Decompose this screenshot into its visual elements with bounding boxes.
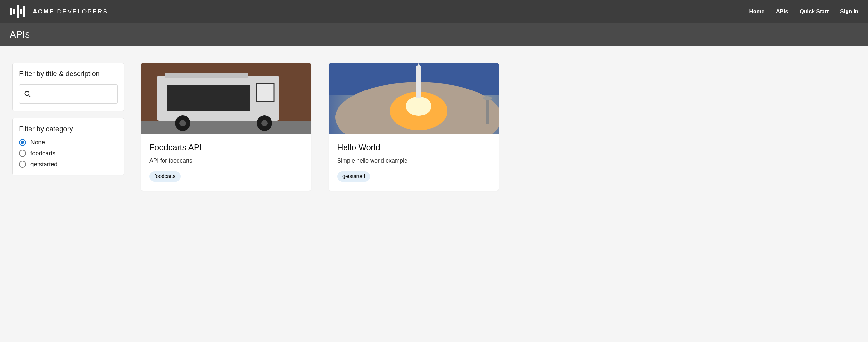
filter-title-heading: Filter by title & description bbox=[19, 69, 118, 78]
brand-title: ACME DEVELOPERS bbox=[33, 8, 108, 15]
radio-icon bbox=[19, 150, 26, 157]
svg-rect-21 bbox=[416, 66, 421, 98]
card-image bbox=[141, 63, 311, 134]
filter-category-heading: Filter by category bbox=[19, 125, 118, 133]
top-header: ACME DEVELOPERS Home APIs Quick Start Si… bbox=[0, 0, 868, 23]
svg-rect-12 bbox=[165, 73, 248, 78]
nav-quickstart[interactable]: Quick Start bbox=[800, 8, 829, 15]
svg-point-16 bbox=[261, 120, 268, 126]
category-radio-none[interactable]: None bbox=[19, 139, 118, 146]
brand[interactable]: ACME DEVELOPERS bbox=[10, 5, 108, 18]
card-grid: Foodcarts API API for foodcarts foodcart… bbox=[141, 63, 856, 191]
card-description: API for foodcarts bbox=[149, 158, 303, 164]
card-body: Foodcarts API API for foodcarts foodcart… bbox=[141, 134, 311, 191]
svg-point-24 bbox=[483, 96, 492, 100]
soundwave-icon bbox=[10, 5, 28, 18]
nav-home[interactable]: Home bbox=[749, 8, 765, 15]
radio-icon bbox=[19, 161, 26, 168]
filter-title-panel: Filter by title & description bbox=[12, 63, 124, 111]
radio-label: None bbox=[30, 139, 45, 146]
card-tag[interactable]: foodcarts bbox=[149, 171, 181, 181]
page-title: APIs bbox=[10, 29, 858, 40]
svg-rect-4 bbox=[23, 6, 25, 17]
radio-label: foodcarts bbox=[30, 150, 56, 157]
api-card-foodcarts[interactable]: Foodcarts API API for foodcarts foodcart… bbox=[141, 63, 311, 191]
svg-rect-1 bbox=[13, 9, 16, 14]
svg-rect-0 bbox=[10, 8, 12, 16]
category-radio-foodcarts[interactable]: foodcarts bbox=[19, 150, 118, 157]
search-input[interactable] bbox=[19, 84, 118, 104]
category-radio-group: None foodcarts getstarted bbox=[19, 139, 118, 168]
nav-apis[interactable]: APIs bbox=[776, 8, 788, 15]
svg-rect-23 bbox=[486, 98, 489, 124]
category-radio-getstarted[interactable]: getstarted bbox=[19, 161, 118, 168]
svg-rect-10 bbox=[167, 85, 250, 111]
card-title: Foodcarts API bbox=[149, 142, 303, 152]
nav-signin[interactable]: Sign In bbox=[840, 8, 858, 15]
filter-category-panel: Filter by category None foodcarts getsta… bbox=[12, 118, 124, 175]
svg-point-20 bbox=[406, 96, 431, 116]
svg-rect-2 bbox=[17, 5, 19, 18]
page-title-bar: APIs bbox=[0, 23, 868, 46]
main-content: Filter by title & description Filter by … bbox=[0, 46, 868, 207]
card-title: Hello World bbox=[337, 142, 490, 152]
main-nav: Home APIs Quick Start Sign In bbox=[749, 8, 858, 15]
card-description: Simple hello world example bbox=[337, 158, 490, 164]
svg-rect-11 bbox=[256, 84, 274, 102]
radio-icon bbox=[19, 139, 26, 146]
card-body: Hello World Simple hello world example g… bbox=[329, 134, 499, 191]
card-tag[interactable]: getstarted bbox=[337, 171, 370, 181]
search-box bbox=[19, 84, 118, 104]
svg-rect-3 bbox=[20, 9, 22, 14]
card-image bbox=[329, 63, 499, 134]
api-card-helloworld[interactable]: Hello World Simple hello world example g… bbox=[329, 63, 499, 191]
radio-label: getstarted bbox=[30, 161, 58, 168]
sidebar: Filter by title & description Filter by … bbox=[12, 63, 124, 175]
svg-point-14 bbox=[180, 120, 186, 126]
svg-rect-8 bbox=[141, 121, 311, 134]
